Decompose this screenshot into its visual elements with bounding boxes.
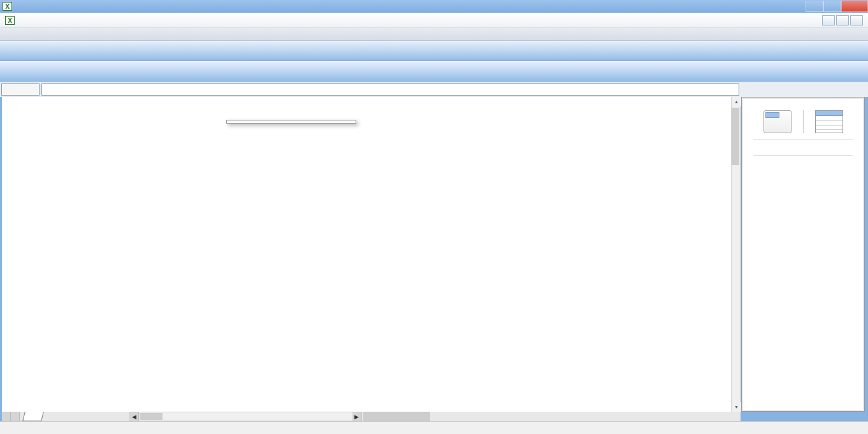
form-view-button[interactable] — [763, 110, 792, 133]
scroll-up-icon[interactable]: ▲ — [732, 97, 741, 106]
mdi-close-button[interactable] — [850, 15, 863, 25]
sheet-tab[interactable] — [22, 412, 44, 421]
status-bar — [0, 421, 868, 434]
horizontal-scroll-thumb[interactable] — [140, 413, 163, 420]
sheet-prev-icon[interactable] — [2, 412, 11, 421]
spreadsheet-grid[interactable] — [2, 97, 731, 412]
document-icon — [5, 16, 15, 25]
menu-bar — [0, 13, 868, 28]
close-button[interactable] — [841, 1, 868, 12]
application-window: ▲ ▼ ◀ ▶ — [0, 0, 868, 434]
hscroll-left-icon[interactable]: ◀ — [130, 412, 139, 421]
title-bar — [0, 0, 868, 13]
context-menu — [226, 120, 356, 124]
toolbar-standard — [0, 41, 868, 61]
app-icon — [3, 2, 12, 11]
restore-button[interactable] — [823, 1, 841, 12]
data-panel — [741, 97, 865, 412]
formula-bar — [0, 82, 868, 97]
vertical-scroll-thumb[interactable] — [732, 108, 739, 165]
scroll-down-icon[interactable]: ▼ — [732, 402, 741, 412]
table-view-button[interactable] — [815, 110, 843, 133]
mdi-minimize-button[interactable] — [822, 15, 835, 25]
hscroll-right-icon[interactable]: ▶ — [352, 412, 361, 421]
minimize-button[interactable] — [806, 1, 823, 12]
document-tabs — [0, 28, 868, 41]
mdi-restore-button[interactable] — [836, 15, 849, 25]
sheet-next-icon[interactable] — [11, 412, 20, 421]
toolbar-formatting — [0, 61, 868, 82]
horizontal-scrollbar[interactable]: ◀ ▶ — [129, 412, 362, 421]
sheet-tab-bar: ◀ ▶ — [2, 412, 741, 421]
formula-input[interactable] — [41, 83, 739, 96]
cell-reference-box[interactable] — [1, 83, 40, 96]
